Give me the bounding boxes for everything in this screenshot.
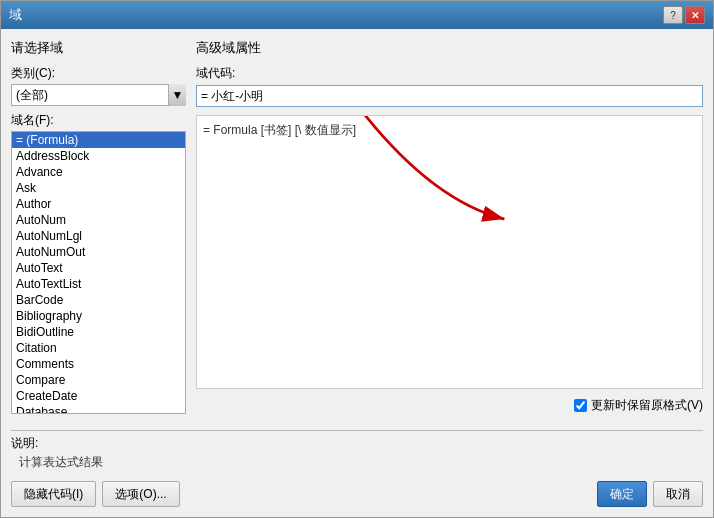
- fieldname-label: 域名(F):: [11, 112, 186, 129]
- bottom-bar: 隐藏代码(I) 选项(O)... 确定 取消: [1, 475, 713, 517]
- list-item[interactable]: BidiOutline: [12, 324, 185, 340]
- dialog-window: 域 ? ✕ 请选择域 类别(C): (全部) ▼ 域名(F): = (Formu…: [0, 0, 714, 518]
- arrow-annotation: [197, 116, 702, 388]
- ok-button[interactable]: 确定: [597, 481, 647, 507]
- list-item[interactable]: CreateDate: [12, 388, 185, 404]
- list-item[interactable]: Comments: [12, 356, 185, 372]
- list-item[interactable]: AutoNum: [12, 212, 185, 228]
- title-bar-controls: ? ✕: [663, 6, 705, 24]
- options-button[interactable]: 选项(O)...: [102, 481, 179, 507]
- list-item[interactable]: BarCode: [12, 292, 185, 308]
- list-item[interactable]: Ask: [12, 180, 185, 196]
- list-item[interactable]: Citation: [12, 340, 185, 356]
- list-item[interactable]: = (Formula): [12, 132, 185, 148]
- title-bar: 域 ? ✕: [1, 1, 713, 29]
- category-select[interactable]: (全部): [11, 84, 186, 106]
- bottom-right-buttons: 确定 取消: [597, 481, 703, 507]
- description-area: 说明: 计算表达式结果: [1, 431, 713, 475]
- preserve-format-label: 更新时保留原格式(V): [591, 397, 703, 414]
- category-row: 类别(C): (全部) ▼: [11, 65, 186, 106]
- fieldname-row: 域名(F): = (Formula)AddressBlockAdvanceAsk…: [11, 112, 186, 414]
- list-item[interactable]: Compare: [12, 372, 185, 388]
- left-panel-title: 请选择域: [11, 39, 186, 57]
- dialog-title: 域: [9, 6, 22, 24]
- category-select-wrapper: (全部) ▼: [11, 84, 186, 106]
- list-item[interactable]: AutoNumLgl: [12, 228, 185, 244]
- list-item[interactable]: Author: [12, 196, 185, 212]
- left-panel: 请选择域 类别(C): (全部) ▼ 域名(F): = (Formula)Add…: [11, 39, 186, 420]
- preserve-format-row: 更新时保留原格式(V): [196, 397, 703, 414]
- formula-text: = Formula [书签] [\ 数值显示]: [203, 123, 356, 137]
- dialog-body: 请选择域 类别(C): (全部) ▼ 域名(F): = (Formula)Add…: [1, 29, 713, 430]
- list-item[interactable]: Database: [12, 404, 185, 414]
- formula-area: = Formula [书签] [\ 数值显示]: [196, 115, 703, 389]
- right-panel: 高级域属性 域代码: = Formula [书签] [\ 数值显示]: [196, 39, 703, 420]
- cancel-button[interactable]: 取消: [653, 481, 703, 507]
- help-button[interactable]: ?: [663, 6, 683, 24]
- list-item[interactable]: Bibliography: [12, 308, 185, 324]
- hide-code-button[interactable]: 隐藏代码(I): [11, 481, 96, 507]
- list-item[interactable]: AddressBlock: [12, 148, 185, 164]
- field-code-label: 域代码:: [196, 65, 703, 82]
- list-item[interactable]: Advance: [12, 164, 185, 180]
- list-item[interactable]: AutoTextList: [12, 276, 185, 292]
- field-code-input[interactable]: [196, 85, 703, 107]
- bottom-left-buttons: 隐藏代码(I) 选项(O)...: [11, 481, 180, 507]
- close-button[interactable]: ✕: [685, 6, 705, 24]
- fieldname-listbox[interactable]: = (Formula)AddressBlockAdvanceAskAuthorA…: [11, 131, 186, 414]
- list-item[interactable]: AutoNumOut: [12, 244, 185, 260]
- description-text: 计算表达式结果: [11, 454, 703, 471]
- description-title: 说明:: [11, 435, 703, 452]
- list-item[interactable]: AutoText: [12, 260, 185, 276]
- preserve-format-checkbox[interactable]: [574, 399, 587, 412]
- right-panel-title: 高级域属性: [196, 39, 703, 57]
- category-label: 类别(C):: [11, 65, 186, 82]
